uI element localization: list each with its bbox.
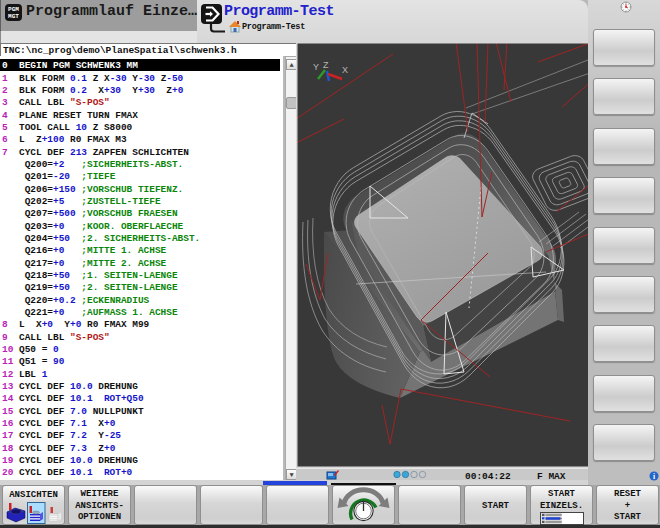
svg-text:i: i (653, 472, 655, 481)
svg-text:Y: Y (313, 62, 319, 72)
svg-text:X: X (342, 65, 348, 75)
svg-text:Z: Z (323, 60, 329, 70)
